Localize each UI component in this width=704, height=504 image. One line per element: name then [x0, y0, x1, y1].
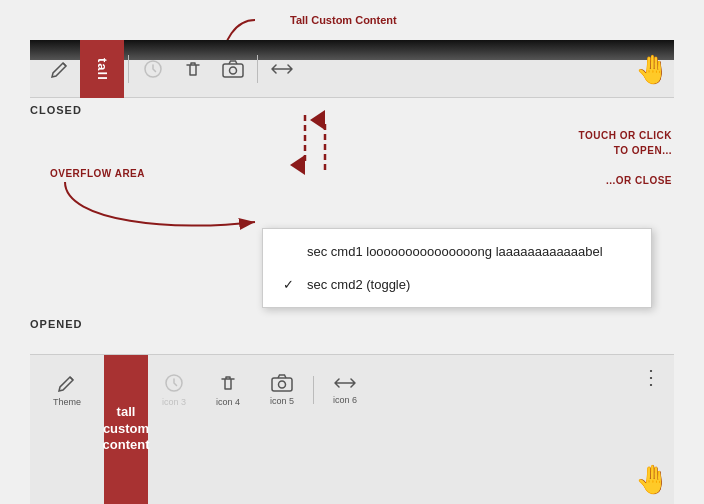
toolbar-closed: tall — [30, 40, 674, 98]
clock-icon-bottom — [164, 373, 184, 393]
menu-item-2-label: sec cmd2 (toggle) — [307, 277, 410, 292]
opened-label: OPENED — [30, 318, 82, 330]
or-close-label: ...OR CLOSE — [606, 175, 672, 186]
trash-icon-bottom — [218, 373, 238, 393]
cursor-hand-closed: 🤚 — [635, 53, 670, 86]
icon3-label: icon 3 — [162, 397, 186, 407]
more-options-opened[interactable]: ⋮ — [641, 365, 660, 389]
tall-custom-opened[interactable]: tallcustomcontent — [104, 354, 148, 504]
tall-custom-content-annotation: Tall Custom Content — [290, 14, 397, 26]
menu-item-2[interactable]: ✓ sec cmd2 (toggle) — [263, 268, 651, 301]
toolbar-opened-row: Theme tallcustomcontent icon 3 icon 4 — [30, 355, 674, 425]
toolbar-closed-items: tall — [30, 40, 674, 98]
dropdown-menu: sec cmd1 looooooooooooooong laaaaaaaaaaa… — [262, 228, 652, 308]
middle-arrows — [280, 110, 360, 210]
svg-point-3 — [230, 67, 237, 74]
camera-icon[interactable] — [213, 49, 253, 89]
divider-1 — [128, 55, 129, 83]
icon6-button[interactable]: icon 6 — [318, 359, 372, 421]
menu-item-1[interactable]: sec cmd1 looooooooooooooong laaaaaaaaaaa… — [263, 235, 651, 268]
icon4-button[interactable]: icon 4 — [201, 359, 255, 421]
trash-icon[interactable] — [173, 49, 213, 89]
camera-icon-bottom — [271, 374, 293, 392]
theme-label: Theme — [53, 397, 81, 407]
resize-icon[interactable] — [262, 49, 302, 89]
icon4-label: icon 4 — [216, 397, 240, 407]
closed-label: CLOSED — [30, 104, 82, 116]
menu-item-1-label: sec cmd1 looooooooooooooong laaaaaaaaaaa… — [307, 244, 603, 259]
divider-opened-2 — [313, 376, 314, 404]
overflow-arrow — [55, 172, 275, 252]
clock-icon[interactable] — [133, 49, 173, 89]
toolbar-opened: Theme tallcustomcontent icon 3 icon 4 — [30, 354, 674, 504]
tall-custom-button[interactable]: tall — [80, 40, 124, 98]
resize-icon-bottom — [334, 375, 356, 391]
svg-rect-10 — [272, 378, 292, 391]
icon5-label: icon 5 — [270, 396, 294, 406]
cursor-hand-opened: 🤚 — [635, 463, 670, 496]
icon5-button[interactable]: icon 5 — [255, 359, 309, 421]
icon6-label: icon 6 — [333, 395, 357, 405]
icon3-button[interactable]: icon 3 — [147, 359, 201, 421]
pencil-icon — [57, 373, 77, 393]
theme-icon-button[interactable]: Theme — [40, 359, 94, 421]
svg-point-11 — [279, 381, 286, 388]
menu-item-2-check: ✓ — [283, 277, 299, 292]
edit-icon[interactable] — [40, 49, 80, 89]
svg-rect-2 — [223, 64, 243, 77]
divider-2 — [257, 55, 258, 83]
touch-or-click-label: TOUCH OR CLICKTO OPEN... — [579, 128, 672, 158]
